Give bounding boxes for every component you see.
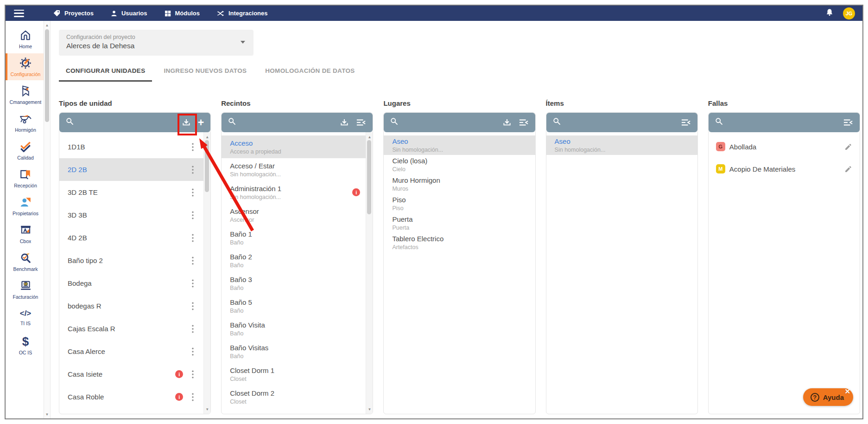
scrollbar-thumb[interactable] bbox=[45, 29, 49, 122]
list-item[interactable]: 3D 2B TE bbox=[59, 181, 203, 204]
list-item[interactable]: Baño 3Baño bbox=[222, 272, 366, 295]
nav-item-modulos[interactable]: Módulos bbox=[164, 10, 200, 17]
list-item[interactable]: Baño 2Baño bbox=[222, 249, 366, 272]
list-item[interactable]: 4D 2B bbox=[59, 226, 203, 249]
search-input-lugares[interactable] bbox=[384, 113, 535, 132]
scroll-up-arrow[interactable]: ▲ bbox=[366, 134, 373, 140]
search-input-items[interactable] bbox=[546, 113, 697, 132]
sidebar-item-hormigon[interactable]: Hormigón bbox=[6, 109, 44, 136]
row-menu-icon[interactable] bbox=[189, 370, 197, 379]
sidebar-item-benchmark[interactable]: Benchmark bbox=[6, 248, 44, 275]
list-item[interactable]: Baño tipo 2 bbox=[59, 249, 203, 272]
row-menu-icon[interactable] bbox=[189, 347, 197, 356]
scrollbar-thumb[interactable] bbox=[367, 140, 371, 214]
sidebar-item-ti-is[interactable]: </> TI IS bbox=[6, 304, 44, 331]
help-button[interactable]: ? Ayuda ✕ bbox=[803, 388, 853, 406]
scroll-up-arrow[interactable]: ▲ bbox=[204, 134, 210, 140]
row-menu-icon[interactable] bbox=[189, 302, 197, 311]
project-select-value: Alerces de la Dehesa bbox=[66, 42, 246, 50]
close-icon[interactable]: ✕ bbox=[844, 387, 850, 396]
download-icon[interactable] bbox=[340, 118, 349, 127]
collapse-list-icon[interactable] bbox=[356, 118, 366, 127]
row-menu-icon[interactable] bbox=[189, 211, 197, 220]
tipos-list: 1D1B 2D 2B 3D 2B TE 3D 3B 4D 2B Baño tip… bbox=[59, 132, 210, 414]
sidebar-item-cbox[interactable]: Cbox bbox=[6, 220, 44, 247]
list-item[interactable]: Cielo Ii bbox=[59, 408, 203, 414]
list-item[interactable]: Baño 5Baño bbox=[222, 295, 366, 317]
list-item-selected[interactable]: AccesoAcceso a propiedad bbox=[222, 135, 366, 158]
list-item-selected[interactable]: 2D 2B bbox=[59, 158, 203, 181]
list-item[interactable]: Closet Dorm 2Closet bbox=[222, 385, 366, 408]
avatar[interactable]: JG bbox=[843, 7, 855, 19]
download-icon[interactable] bbox=[182, 118, 191, 127]
list-item[interactable]: PisoPiso bbox=[384, 194, 535, 213]
sidebar-item-home[interactable]: Home bbox=[6, 26, 44, 52]
sidebar-item-calidad[interactable]: Calidad bbox=[6, 137, 44, 164]
row-menu-icon[interactable] bbox=[189, 324, 197, 334]
list-item[interactable]: Cajas Escala R bbox=[59, 317, 203, 340]
row-menu-icon[interactable] bbox=[189, 142, 197, 152]
bell-icon[interactable] bbox=[825, 8, 834, 19]
list-item[interactable]: Casa Isietei bbox=[59, 363, 203, 385]
sidebar-item-label: OC IS bbox=[19, 350, 32, 355]
list-item[interactable]: M Acopio De Materiales bbox=[709, 158, 860, 180]
search-input-fallas[interactable] bbox=[709, 113, 860, 132]
sidebar: Home Configuración C bbox=[6, 21, 44, 418]
sidebar-item-recepcion[interactable]: Recepción bbox=[6, 165, 44, 192]
list-item[interactable]: Bodega bbox=[59, 272, 203, 295]
collapse-list-icon[interactable] bbox=[519, 118, 529, 127]
edit-icon[interactable] bbox=[844, 165, 852, 173]
scrollbar-thumb[interactable] bbox=[205, 140, 209, 192]
tab-homologacion-de-datos[interactable]: HOMOLOGACIÓN DE DATOS bbox=[258, 64, 361, 82]
sidebar-item-cmanagement[interactable]: Cmanagement bbox=[6, 81, 44, 108]
collapse-list-icon[interactable] bbox=[843, 118, 853, 127]
collapse-list-icon[interactable] bbox=[681, 118, 691, 127]
menu-icon[interactable] bbox=[14, 10, 24, 17]
search-input-recintos[interactable] bbox=[222, 113, 373, 132]
list-item[interactable]: Cielo (losa)Cielo bbox=[384, 155, 535, 174]
add-icon[interactable]: + bbox=[198, 118, 204, 127]
row-menu-icon[interactable] bbox=[189, 165, 197, 174]
scroll-down-arrow[interactable]: ▼ bbox=[44, 411, 50, 418]
row-menu-icon[interactable] bbox=[189, 279, 197, 288]
list-item[interactable]: Administración 1Sin homologación...i bbox=[222, 181, 366, 204]
tab-ingreso-nuevos-datos[interactable]: INGRESO NUEVOS DATOS bbox=[157, 64, 253, 82]
list-item[interactable]: Baño 1Baño bbox=[222, 226, 366, 249]
list-item[interactable]: Closet Dorm 1Closet bbox=[222, 363, 366, 385]
row-menu-icon[interactable] bbox=[189, 256, 197, 265]
nav-item-proyectos[interactable]: Proyectos bbox=[53, 9, 94, 17]
list-item-selected[interactable]: AseoSin homologación... bbox=[546, 135, 697, 155]
list-item[interactable]: AscensorAscensor bbox=[222, 204, 366, 226]
list-item[interactable]: Tablero ElectricoArtefactos bbox=[384, 233, 535, 252]
list-item-selected[interactable]: AseoSin homologación... bbox=[384, 135, 535, 155]
list-item[interactable]: Baño VisitaBaño bbox=[222, 317, 366, 340]
list-item[interactable]: G Abollada bbox=[709, 135, 860, 158]
list-item[interactable]: 1D1B bbox=[59, 135, 203, 158]
project-select[interactable]: Configuración del proyecto Alerces de la… bbox=[59, 30, 253, 56]
list-item[interactable]: Muro HormigonMuros bbox=[384, 174, 535, 194]
edit-icon[interactable] bbox=[844, 143, 852, 151]
nav-item-usuarios[interactable]: Usuarios bbox=[110, 10, 147, 17]
sidebar-item-oc-is[interactable]: $ OC IS bbox=[6, 332, 44, 359]
download-icon[interactable] bbox=[502, 118, 512, 127]
sidebar-item-propietarios[interactable]: Propietarios bbox=[6, 193, 44, 219]
sidebar-item-configuracion[interactable]: Configuración bbox=[6, 53, 44, 80]
list-item[interactable]: PuertaPuerta bbox=[384, 213, 535, 233]
list-item[interactable]: Baño VisitasBaño bbox=[222, 340, 366, 363]
sidebar-item-facturacion[interactable]: $ Facturación bbox=[6, 276, 44, 303]
scroll-down-arrow[interactable]: ▼ bbox=[204, 406, 210, 412]
nav-item-integraciones[interactable]: Integraciones bbox=[216, 10, 268, 17]
search-input-tipos[interactable]: + bbox=[59, 113, 210, 132]
row-menu-icon[interactable] bbox=[189, 188, 197, 197]
scroll-up-arrow[interactable]: ▲ bbox=[44, 22, 50, 28]
list-item[interactable]: bodegas R bbox=[59, 295, 203, 317]
list-item[interactable]: Casa Roblei bbox=[59, 385, 203, 408]
list-item[interactable]: Acceso / EstarSin homologación... bbox=[222, 158, 366, 181]
row-menu-icon[interactable] bbox=[189, 392, 197, 402]
tab-configurar-unidades[interactable]: CONFIGURAR UNIDADES bbox=[59, 64, 152, 82]
list-item[interactable]: Casa Alerce bbox=[59, 340, 203, 363]
ribbon-icon bbox=[20, 85, 32, 97]
row-menu-icon[interactable] bbox=[189, 233, 197, 243]
scroll-down-arrow[interactable]: ▼ bbox=[366, 406, 373, 412]
list-item[interactable]: 3D 3B bbox=[59, 204, 203, 226]
